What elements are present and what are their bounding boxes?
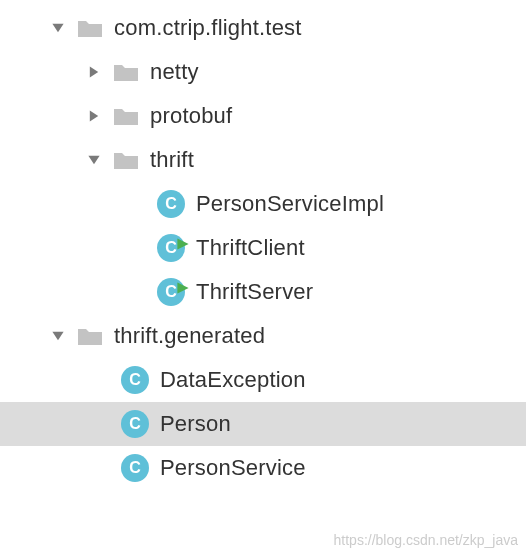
- package-label: netty: [150, 59, 199, 85]
- class-icon: C: [120, 365, 150, 395]
- runnable-class-icon: C: [156, 277, 186, 307]
- tree-package-root[interactable]: com.ctrip.flight.test: [0, 6, 526, 50]
- svg-marker-1: [90, 66, 98, 77]
- tree-class-dataexception[interactable]: C DataException: [0, 358, 526, 402]
- tree-class-thriftserver[interactable]: C ThriftServer: [0, 270, 526, 314]
- svg-marker-5: [177, 282, 188, 293]
- chevron-down-icon[interactable]: [48, 329, 68, 343]
- class-icon: C: [120, 409, 150, 439]
- package-label: protobuf: [150, 103, 232, 129]
- class-label: Person: [160, 411, 231, 437]
- watermark: https://blog.csdn.net/zkp_java: [334, 532, 518, 548]
- chevron-right-icon[interactable]: [84, 109, 104, 123]
- class-label: PersonServiceImpl: [196, 191, 384, 217]
- package-icon: [76, 325, 104, 347]
- run-badge-icon: [176, 275, 190, 301]
- package-icon: [76, 17, 104, 39]
- class-label: DataException: [160, 367, 306, 393]
- class-icon: C: [156, 189, 186, 219]
- tree-class-person[interactable]: C Person: [0, 402, 526, 446]
- run-badge-icon: [176, 231, 190, 257]
- package-icon: [112, 61, 140, 83]
- package-label: thrift: [150, 147, 194, 173]
- chevron-down-icon[interactable]: [48, 21, 68, 35]
- svg-marker-4: [177, 238, 188, 249]
- class-label: ThriftClient: [196, 235, 305, 261]
- tree-package-thrift[interactable]: thrift: [0, 138, 526, 182]
- tree-package-generated[interactable]: thrift.generated: [0, 314, 526, 358]
- runnable-class-icon: C: [156, 233, 186, 263]
- package-icon: [112, 105, 140, 127]
- class-label: ThriftServer: [196, 279, 313, 305]
- chevron-right-icon[interactable]: [84, 65, 104, 79]
- package-label: thrift.generated: [114, 323, 265, 349]
- package-label: com.ctrip.flight.test: [114, 15, 302, 41]
- tree-class-personserviceimpl[interactable]: C PersonServiceImpl: [0, 182, 526, 226]
- tree-package-protobuf[interactable]: protobuf: [0, 94, 526, 138]
- tree-package-netty[interactable]: netty: [0, 50, 526, 94]
- svg-marker-0: [52, 24, 63, 32]
- tree-class-thriftclient[interactable]: C ThriftClient: [0, 226, 526, 270]
- svg-marker-3: [88, 156, 99, 164]
- class-icon: C: [120, 453, 150, 483]
- package-icon: [112, 149, 140, 171]
- svg-marker-2: [90, 110, 98, 121]
- svg-marker-6: [52, 332, 63, 340]
- tree-class-personservice[interactable]: C PersonService: [0, 446, 526, 490]
- project-tree: com.ctrip.flight.test netty protobuf thr…: [0, 0, 526, 490]
- class-label: PersonService: [160, 455, 306, 481]
- chevron-down-icon[interactable]: [84, 153, 104, 167]
